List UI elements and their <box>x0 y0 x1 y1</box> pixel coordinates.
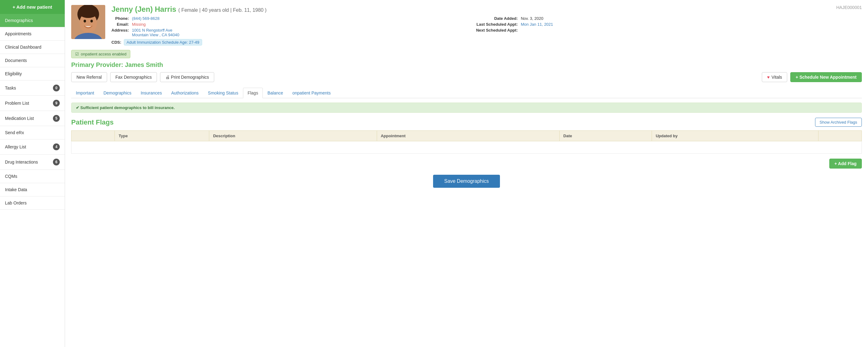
flags-header: Patient Flags Show Archived Flags <box>71 118 862 127</box>
next-appt-label: Next Scheduled Appt: <box>476 28 518 37</box>
last-appt-value[interactable]: Mon Jan 11, 2021 <box>521 22 862 27</box>
sidebar-item-drug-interactions[interactable]: Drug Interactions6 <box>0 154 65 170</box>
date-added-value: Nov. 3, 2020 <box>521 16 862 21</box>
sidebar-item-cqms[interactable]: CQMs <box>0 170 65 183</box>
table-header-cell: Date <box>559 131 652 141</box>
sidebar-item-eligibility[interactable]: Eligibility <box>0 67 65 81</box>
table-header-cell <box>71 131 115 141</box>
vitals-button[interactable]: ♥ Vitals <box>762 72 787 82</box>
checkmark-icon: ☑ <box>75 52 79 56</box>
sidebar-item-tasks[interactable]: Tasks0 <box>0 81 65 96</box>
patient-tabs: ImportantDemographicsInsurancesAuthoriza… <box>71 88 862 98</box>
sidebar-item-medication-list[interactable]: Medication List5 <box>0 111 65 126</box>
svg-point-4 <box>90 20 93 23</box>
sidebar-item-label: Eligibility <box>5 71 22 76</box>
patient-id: HAJE000001 <box>836 5 862 10</box>
sidebar-item-label: Appointments <box>5 31 32 36</box>
cds-label: CDS: <box>112 40 121 45</box>
next-appt-value <box>521 28 862 37</box>
add-new-patient-button[interactable]: + Add new patient <box>0 0 65 14</box>
sidebar-item-clinical-dashboard[interactable]: Clinical Dashboard <box>0 40 65 54</box>
table-header-cell <box>818 131 862 141</box>
patient-name: Jenny (Jen) Harris ( Female | 40 years o… <box>112 5 862 13</box>
sidebar-item-label: CQMs <box>5 174 17 179</box>
svg-point-5 <box>78 6 98 18</box>
tab-demographics[interactable]: Demographics <box>99 88 136 98</box>
flags-title: Patient Flags <box>71 118 114 126</box>
sidebar-item-send-erx[interactable]: Send eRx <box>0 126 65 139</box>
demographics-alert: ✔ Sufficient patient demographics to bil… <box>71 103 862 113</box>
table-header-cell: Updated by <box>652 131 818 141</box>
primary-provider: Primary Provider: James Smith <box>71 61 862 68</box>
sidebar-item-lab-orders[interactable]: Lab Orders <box>0 196 65 210</box>
address-label: Address: <box>112 28 129 37</box>
email-label: Email: <box>112 22 129 27</box>
fax-demographics-button[interactable]: Fax Demographics <box>110 72 157 82</box>
sidebar-item-demographics[interactable]: Demographics <box>0 14 65 27</box>
flags-table: TypeDescriptionAppointmentDateUpdated by <box>71 131 862 154</box>
action-buttons-row: New Referral Fax Demographics 🖨 Print De… <box>71 72 862 82</box>
save-demographics-button[interactable]: Save Demographics <box>433 175 500 188</box>
sidebar-item-label: Send eRx <box>5 130 24 135</box>
sidebar-badge: 4 <box>53 143 60 150</box>
tab-smoking-status[interactable]: Smoking Status <box>204 88 243 98</box>
patient-photo <box>71 5 105 39</box>
sidebar: + Add new patient DemographicsAppointmen… <box>0 0 65 347</box>
sidebar-item-label: Drug Interactions <box>5 160 38 165</box>
schedule-appointment-button[interactable]: + Schedule New Appointment <box>790 72 862 82</box>
add-flag-row: + Add Flag <box>71 158 862 169</box>
access-badge: ☑ onpatient access enabled <box>71 50 130 58</box>
sidebar-badge: 5 <box>53 115 60 122</box>
sidebar-item-documents[interactable]: Documents <box>0 54 65 67</box>
sidebar-badge: 6 <box>53 158 60 166</box>
email-value: Missing <box>132 22 473 27</box>
sidebar-item-label: Clinical Dashboard <box>5 45 41 50</box>
date-added-label: Date Added: <box>476 16 518 21</box>
new-referral-button[interactable]: New Referral <box>71 72 107 82</box>
add-flag-button[interactable]: + Add Flag <box>829 158 862 169</box>
save-area: Save Demographics <box>71 175 862 188</box>
last-appt-label: Last Scheduled Appt: <box>476 22 518 27</box>
cds-badge[interactable]: Adult Immunization Schedule Age: 27-49 <box>124 39 202 46</box>
tab-important[interactable]: Important <box>71 88 99 98</box>
table-header-cell: Description <box>209 131 377 141</box>
sidebar-item-label: Demographics <box>5 18 33 23</box>
patient-header: Jenny (Jen) Harris ( Female | 40 years o… <box>71 5 862 46</box>
patient-info: Jenny (Jen) Harris ( Female | 40 years o… <box>112 5 862 46</box>
table-header-cell: Appointment <box>377 131 559 141</box>
print-demographics-button[interactable]: 🖨 Print Demographics <box>160 72 214 82</box>
sidebar-item-label: Documents <box>5 58 27 63</box>
tab-insurances[interactable]: Insurances <box>136 88 166 98</box>
table-header-cell: Type <box>115 131 209 141</box>
table-empty-row <box>71 141 862 154</box>
sidebar-item-label: Lab Orders <box>5 200 27 205</box>
sidebar-item-label: Intake Data <box>5 187 27 192</box>
address-value: 1001 N Rengstorff Ave Mountain View , CA… <box>132 28 473 37</box>
patient-details-grid: Phone: (844) 569-8628 Date Added: Nov. 3… <box>112 16 862 37</box>
phone-value[interactable]: (844) 569-8628 <box>132 16 473 21</box>
sidebar-item-allergy-list[interactable]: Allergy List4 <box>0 139 65 154</box>
phone-label: Phone: <box>112 16 129 21</box>
heart-icon: ♥ <box>767 75 770 80</box>
sidebar-badge: 0 <box>53 85 60 91</box>
sidebar-item-problem-list[interactable]: Problem List9 <box>0 96 65 111</box>
sidebar-item-intake-data[interactable]: Intake Data <box>0 183 65 196</box>
sidebar-badge: 9 <box>53 100 60 107</box>
tab-onpatient-payments[interactable]: onpatient Payments <box>288 88 336 98</box>
main-content: Jenny (Jen) Harris ( Female | 40 years o… <box>65 0 868 347</box>
sidebar-item-label: Tasks <box>5 86 16 90</box>
sidebar-item-label: Problem List <box>5 101 29 106</box>
tab-flags[interactable]: Flags <box>243 88 263 98</box>
show-archived-flags-button[interactable]: Show Archived Flags <box>815 118 862 127</box>
tab-balance[interactable]: Balance <box>263 88 288 98</box>
sidebar-item-appointments[interactable]: Appointments <box>0 27 65 40</box>
cds-row: CDS: Adult Immunization Schedule Age: 27… <box>112 39 862 46</box>
tab-authorizations[interactable]: Authorizations <box>166 88 204 98</box>
sidebar-item-label: Allergy List <box>5 144 26 149</box>
sidebar-item-label: Medication List <box>5 116 34 121</box>
svg-point-3 <box>84 20 86 23</box>
